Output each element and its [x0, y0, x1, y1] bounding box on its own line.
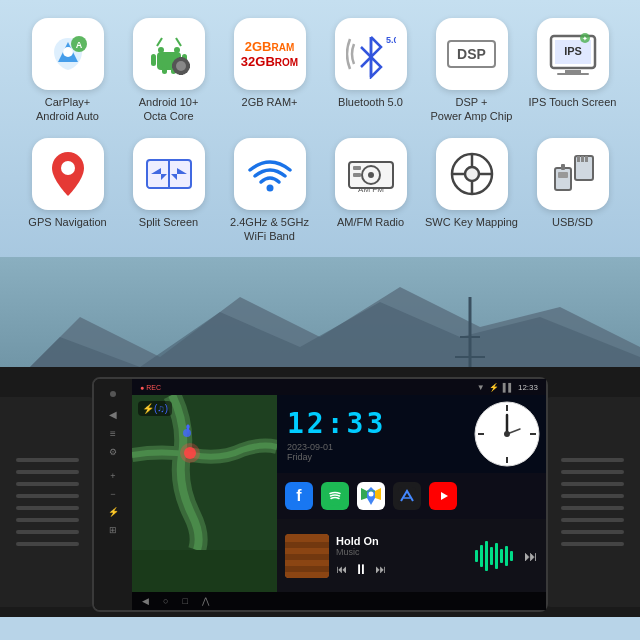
- svg-text:A: A: [75, 40, 82, 50]
- features-section: A CarPlay+Android Auto: [0, 0, 640, 257]
- svg-rect-26: [557, 73, 589, 75]
- youtube-app-icon[interactable]: [429, 482, 457, 510]
- feature-wifi: 2.4GHz & 5GHzWiFi Band: [222, 138, 317, 244]
- back-button[interactable]: ◀: [109, 409, 117, 420]
- feature-ips: IPS ✦ IPS Touch Screen: [525, 18, 620, 109]
- skip-forward-button[interactable]: ⏭: [524, 548, 538, 564]
- track-info: Hold On Music ⏮ ⏸ ⏭: [336, 535, 468, 577]
- usb-label: USB/SD: [552, 215, 593, 229]
- svg-point-71: [504, 431, 510, 437]
- spotify-app-icon[interactable]: [321, 482, 349, 510]
- split-icon-box: [133, 138, 205, 210]
- feature-radio: AM FM AM/FM Radio: [323, 138, 418, 229]
- android-icon-box: [133, 18, 205, 90]
- features-row-2: GPS Navigation Split Screen: [20, 138, 620, 244]
- feature-split: Split Screen: [121, 138, 216, 229]
- swc-icon-box: [436, 138, 508, 210]
- date-display: 2023-09-01: [287, 442, 458, 452]
- feature-carplay: A CarPlay+Android Auto: [20, 18, 115, 124]
- android-label: Android 10+Octa Core: [139, 95, 199, 124]
- menu-button[interactable]: ≡: [110, 428, 116, 439]
- feature-swc: SWC Key Mapping: [424, 138, 519, 229]
- svg-point-73: [369, 492, 374, 497]
- svg-rect-48: [581, 156, 584, 162]
- playback-controls: ⏮ ⏸ ⏭: [336, 561, 468, 577]
- info-panel: 12:33 2023-09-01 Friday: [277, 395, 546, 592]
- settings-button[interactable]: ⚙: [109, 447, 117, 457]
- svg-rect-38: [353, 173, 361, 177]
- digital-clock: 12:33 2023-09-01 Friday: [277, 395, 468, 473]
- status-bar: ● REC ▼ ⚡ ▌▌ 12:33: [132, 379, 546, 395]
- svg-point-36: [368, 172, 374, 178]
- gps-label: GPS Navigation: [28, 215, 106, 229]
- svg-line-21: [361, 57, 371, 67]
- signal-status: ▌▌: [503, 383, 514, 392]
- svg-rect-15: [179, 57, 183, 61]
- svg-point-30: [61, 161, 75, 175]
- svg-point-33: [266, 184, 273, 191]
- carplay-label: CarPlay+Android Auto: [36, 95, 99, 124]
- svg-point-62: [180, 443, 200, 463]
- feature-bluetooth: 5.0 Bluetooth 5.0: [323, 18, 418, 109]
- nav-up[interactable]: ⋀: [202, 596, 209, 606]
- svg-rect-16: [179, 71, 183, 75]
- time-display: 12:33: [518, 383, 538, 392]
- feature-gps: GPS Navigation: [20, 138, 115, 229]
- ips-label: IPS Touch Screen: [529, 95, 617, 109]
- left-vent: [0, 397, 95, 607]
- bezel-controls: ◀ ≡ ⚙ + − ⚡ ⊞: [94, 379, 132, 610]
- usb-icon-box: [537, 138, 609, 210]
- vol-down-button[interactable]: −: [110, 489, 115, 499]
- prev-button[interactable]: ⏮: [336, 563, 347, 575]
- next-button[interactable]: ⏭: [375, 563, 386, 575]
- feature-usb: USB/SD: [525, 138, 620, 229]
- play-button[interactable]: ⏸: [354, 561, 368, 577]
- svg-text:AM FM: AM FM: [358, 185, 384, 194]
- svg-rect-47: [577, 156, 580, 162]
- track-title: Hold On: [336, 535, 468, 547]
- maps-app-icon[interactable]: [357, 482, 385, 510]
- bt-icon-box: 5.0: [335, 18, 407, 90]
- map-display[interactable]: ⚡(♫): [132, 395, 277, 592]
- svg-rect-25: [565, 70, 581, 73]
- svg-text:✦: ✦: [582, 35, 588, 42]
- bt-button[interactable]: ⚡: [108, 507, 119, 517]
- bt-status: ⚡: [489, 383, 499, 392]
- rec-label: ● REC: [140, 384, 161, 391]
- dsp-label: DSP +Power Amp Chip: [431, 95, 513, 124]
- radio-label: AM/FM Radio: [337, 215, 404, 229]
- nav-home[interactable]: ○: [163, 596, 168, 606]
- swc-label: SWC Key Mapping: [425, 215, 518, 229]
- feature-android: Android 10+Octa Core: [121, 18, 216, 124]
- bt-label: Bluetooth 5.0: [338, 95, 403, 109]
- clock-section: 12:33 2023-09-01 Friday: [277, 395, 546, 473]
- group-button[interactable]: ⊞: [109, 525, 117, 535]
- svg-point-14: [176, 61, 186, 71]
- dsp-text: DSP: [447, 40, 496, 68]
- vol-up-button[interactable]: +: [110, 471, 115, 481]
- svg-rect-17: [172, 64, 176, 68]
- svg-text:5.0: 5.0: [386, 35, 396, 45]
- features-row-1: A CarPlay+Android Auto: [20, 18, 620, 124]
- svg-rect-81: [285, 566, 329, 572]
- feature-dsp: DSP DSP +Power Amp Chip: [424, 18, 519, 124]
- facebook-app-icon[interactable]: f: [285, 482, 313, 510]
- music-player: Hold On Music ⏮ ⏸ ⏭: [277, 519, 546, 592]
- track-source: Music: [336, 547, 468, 557]
- svg-line-20: [361, 47, 371, 57]
- waveform-display: [475, 538, 513, 573]
- wifi-label: 2.4GHz & 5GHzWiFi Band: [230, 215, 309, 244]
- svg-point-1: [63, 47, 73, 57]
- power-led: [110, 391, 116, 397]
- right-vent: [545, 397, 640, 607]
- svg-line-11: [157, 38, 162, 46]
- nav-recent[interactable]: □: [182, 596, 187, 606]
- screen: ● REC ▼ ⚡ ▌▌ 12:33: [132, 379, 546, 610]
- day-display: Friday: [287, 452, 458, 462]
- svg-line-12: [176, 38, 181, 46]
- svg-rect-50: [555, 168, 571, 190]
- svg-point-41: [465, 167, 479, 181]
- gps-icon-box: [32, 138, 104, 210]
- carplay-app-icon[interactable]: [393, 482, 421, 510]
- nav-back[interactable]: ◀: [142, 596, 149, 606]
